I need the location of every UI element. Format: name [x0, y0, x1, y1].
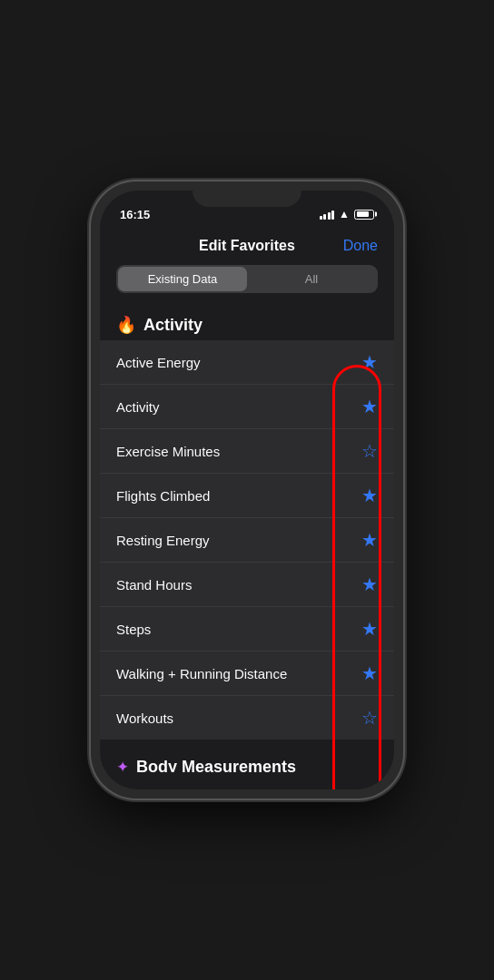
item-label-workouts: Workouts [116, 710, 173, 726]
scroll-area: 🔥 Activity Active Energy Activity Exerci… [100, 306, 394, 772]
status-icons: ▲ [320, 208, 374, 220]
item-label-exercise-minutes: Exercise Minutes [116, 444, 220, 459]
favorite-star-stand-hours[interactable] [361, 573, 378, 595]
segment-existing-data[interactable]: Existing Data [118, 267, 247, 291]
battery-icon [354, 210, 374, 220]
item-label-walking-running: Walking + Running Distance [116, 666, 287, 681]
page-title: Edit Favorites [153, 238, 341, 254]
navigation-header: Edit Favorites Done [100, 230, 394, 265]
item-label-steps: Steps [116, 622, 151, 637]
status-time: 16:15 [120, 208, 150, 221]
body-icon: ✦ [116, 758, 129, 772]
activity-title: Activity [143, 316, 203, 335]
favorite-star-activity[interactable] [361, 396, 378, 417]
body-title: Body Measurements [136, 758, 296, 772]
signal-icon [320, 209, 335, 220]
list-item[interactable]: Flights Climbed [100, 474, 394, 518]
favorite-star-resting-energy[interactable] [361, 529, 378, 551]
done-button[interactable]: Done [341, 238, 378, 254]
notch [193, 181, 301, 207]
activity-list: Active Energy Activity Exercise Minutes … [100, 340, 394, 740]
list-item[interactable]: Activity [100, 385, 394, 429]
list-item[interactable]: Walking + Running Distance [100, 652, 394, 696]
list-item[interactable]: Stand Hours [100, 563, 394, 607]
item-label-activity: Activity [116, 399, 160, 415]
item-label-active-energy: Active Energy [116, 355, 201, 370]
activity-section-header: 🔥 Activity [100, 306, 394, 340]
list-item[interactable]: Resting Energy [100, 518, 394, 563]
favorite-star-walking-running[interactable] [361, 662, 378, 684]
body-section-header: ✦ Body Measurements [100, 749, 394, 772]
item-label-resting-energy: Resting Energy [116, 533, 210, 548]
item-label-flights-climbed: Flights Climbed [116, 488, 210, 504]
list-item[interactable]: Active Energy [100, 340, 394, 385]
favorite-star-flights-climbed[interactable] [361, 485, 378, 506]
list-item[interactable]: Workouts [100, 696, 394, 740]
favorite-star-workouts[interactable] [361, 707, 378, 729]
favorite-star-steps[interactable] [361, 618, 378, 640]
segment-all[interactable]: All [247, 267, 376, 291]
activity-icon: 🔥 [116, 315, 136, 335]
favorite-star-exercise-minutes[interactable] [361, 440, 378, 462]
list-item[interactable]: Exercise Minutes [100, 429, 394, 474]
favorite-star-active-energy[interactable] [361, 351, 378, 373]
phone-frame: 16:15 ▲ Edit Favorites Done Ex [91, 181, 403, 799]
segment-control: Existing Data All [116, 265, 378, 293]
item-label-stand-hours: Stand Hours [116, 577, 192, 593]
list-item[interactable]: Steps [100, 607, 394, 652]
phone-screen: 16:15 ▲ Edit Favorites Done Ex [100, 191, 394, 789]
wifi-icon: ▲ [339, 208, 350, 220]
